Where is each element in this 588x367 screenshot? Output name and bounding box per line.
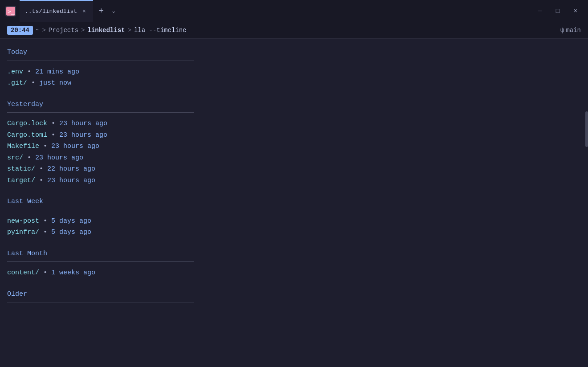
file-dot-separator: • (39, 269, 51, 277)
file-timestamp: 5 days ago (51, 217, 91, 225)
file-name: .env (7, 68, 23, 76)
file-timestamp: 23 hours ago (51, 143, 99, 150)
file-name: src/ (7, 154, 23, 162)
file-timestamp: 5 days ago (51, 228, 91, 236)
prompt-git: ψ main (560, 27, 581, 34)
tab-overflow-button[interactable]: ⌄ (107, 5, 120, 17)
prompt-arrow3: > (127, 27, 131, 34)
git-branch: main (566, 27, 581, 34)
prompt-arrow2: > (81, 27, 85, 34)
file-dot-separator: • (23, 68, 35, 76)
list-item: target/ • 23 hours ago (7, 175, 581, 187)
prompt-time: 20:44 (7, 26, 33, 35)
file-name: pyinfra/ (7, 228, 39, 236)
window-controls: ─ □ × (533, 4, 583, 18)
list-item: Cargo.toml • 23 hours ago (7, 130, 581, 141)
close-button[interactable]: × (568, 4, 583, 18)
file-dot-separator: • (39, 228, 51, 236)
section-yesterday: YesterdayCargo.lock • 23 hours agoCargo.… (7, 100, 581, 187)
active-tab[interactable]: ..ts/linkedlist × (20, 0, 93, 22)
tab-title: ..ts/linkedlist (25, 8, 77, 15)
title-bar: >_ ..ts/linkedlist × + ⌄ ─ □ × (0, 0, 588, 22)
section-older: Older (7, 290, 581, 303)
prompt-command: lla --timeline (134, 27, 187, 34)
section-divider-older (7, 302, 194, 302)
section-last-week: Last Weeknew-post • 5 days agopyinfra/ •… (7, 197, 581, 238)
file-timestamp: 23 hours ago (35, 154, 83, 162)
section-divider-last-month (7, 261, 194, 262)
section-header-last-week: Last Week (7, 197, 581, 207)
file-name: Cargo.toml (7, 131, 47, 139)
section-header-last-month: Last Month (7, 249, 581, 259)
file-name: .git/ (7, 79, 27, 87)
minimize-button[interactable]: ─ (533, 4, 547, 18)
prompt-linkedlist: linkedlist (87, 27, 125, 34)
file-name: content/ (7, 269, 39, 277)
scrollbar-thumb[interactable] (585, 111, 588, 147)
file-name: new-post (7, 217, 39, 225)
list-item: Makefile • 23 hours ago (7, 141, 581, 152)
git-icon: ψ (560, 27, 564, 34)
new-tab-button[interactable]: + (95, 5, 107, 17)
svg-text:>_: >_ (8, 8, 15, 15)
file-dot-separator: • (47, 131, 59, 139)
section-last-month: Last Monthcontent/ • 1 weeks ago (7, 249, 581, 279)
section-divider-last-week (7, 210, 194, 210)
section-divider-yesterday (7, 112, 194, 113)
list-item: src/ • 23 hours ago (7, 152, 581, 164)
section-header-today: Today (7, 48, 581, 58)
terminal-content: Today.env • 21 mins ago.git/ • just nowY… (0, 39, 588, 320)
list-item: static/ • 22 hours ago (7, 163, 581, 175)
prompt-bar: 20:44 ~ > Projects > linkedlist > lla --… (0, 22, 588, 39)
file-dot-separator: • (35, 177, 47, 184)
file-timestamp: 1 weeks ago (51, 269, 95, 277)
file-dot-separator: • (23, 154, 35, 162)
list-item: Cargo.lock • 23 hours ago (7, 118, 581, 130)
list-item: pyinfra/ • 5 days ago (7, 227, 581, 238)
file-dot-separator: • (47, 120, 59, 127)
section-today: Today.env • 21 mins ago.git/ • just now (7, 48, 581, 89)
terminal-area: 20:44 ~ > Projects > linkedlist > lla --… (0, 22, 588, 367)
file-name: target/ (7, 177, 35, 184)
file-dot-separator: • (27, 79, 39, 87)
file-timestamp: 21 mins ago (35, 68, 79, 76)
file-dot-separator: • (35, 165, 47, 173)
file-dot-separator: • (39, 217, 51, 225)
list-item: .git/ • just now (7, 77, 581, 89)
prompt-projects: Projects (49, 27, 78, 34)
file-name: static/ (7, 165, 35, 173)
section-header-yesterday: Yesterday (7, 100, 581, 110)
maximize-button[interactable]: □ (551, 4, 565, 18)
list-item: new-post • 5 days ago (7, 216, 581, 227)
terminal-app-icon: >_ (5, 6, 16, 16)
list-item: content/ • 1 weeks ago (7, 267, 581, 279)
file-timestamp: 23 hours ago (59, 120, 107, 127)
file-timestamp: 22 hours ago (47, 165, 95, 173)
section-header-older: Older (7, 290, 581, 300)
tab-close-button[interactable]: × (81, 8, 88, 15)
file-timestamp: just now (39, 79, 71, 87)
list-item: .env • 21 mins ago (7, 66, 581, 78)
section-divider-today (7, 61, 194, 61)
file-name: Makefile (7, 143, 39, 150)
prompt-tilde: ~ (36, 27, 39, 34)
prompt-arrow1: > (42, 27, 45, 34)
file-name: Cargo.lock (7, 120, 47, 127)
file-timestamp: 23 hours ago (47, 177, 95, 184)
file-timestamp: 23 hours ago (59, 131, 107, 139)
file-dot-separator: • (39, 143, 51, 150)
